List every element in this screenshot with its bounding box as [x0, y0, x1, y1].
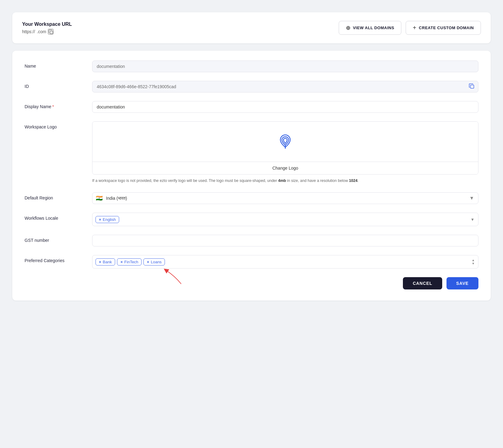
url-value: https:// .com: [22, 29, 72, 34]
create-custom-domain-label: CREATE CUSTOM DOMAIN: [419, 26, 474, 30]
url-copy-button[interactable]: [48, 29, 53, 34]
category-remove-loans[interactable]: ×: [147, 260, 149, 264]
form-actions: CANCEL SAVE: [25, 277, 478, 289]
url-actions: ⊕ VIEW ALL DOMAINS + CREATE CUSTOM DOMAI…: [339, 21, 481, 35]
url-card: Your Workspace URL https:// .com ⊕ VIEW …: [12, 12, 491, 43]
logo-upload-box[interactable]: Change Logo: [92, 121, 478, 175]
logo-preview: [92, 122, 478, 162]
locale-chip-remove-english[interactable]: ×: [99, 218, 101, 222]
logo-hint: If a workspace logo is not provided, the…: [92, 178, 478, 184]
workspace-logo-image: [276, 132, 294, 151]
locale-tags-wrap[interactable]: × English ▼: [92, 213, 478, 226]
name-label: Name: [25, 61, 92, 69]
category-remove-fintech[interactable]: ×: [120, 260, 123, 264]
id-input[interactable]: [92, 81, 478, 92]
locale-dropdown-arrow: ▼: [470, 217, 474, 222]
gst-input[interactable]: [92, 235, 478, 246]
region-input-wrap: 🇮🇳 ▼: [92, 192, 478, 204]
workspace-logo-label: Workspace Logo: [25, 121, 92, 129]
url-suffix: .com: [37, 29, 46, 34]
globe-icon: ⊕: [346, 25, 351, 31]
categories-arrows: ▲ ▼: [472, 259, 475, 265]
gst-row: GST number: [25, 235, 478, 246]
id-label: ID: [25, 81, 92, 89]
locale-chip-english: × English: [96, 216, 119, 223]
save-button[interactable]: SAVE: [446, 277, 478, 289]
preferred-categories-label: Preferred Categories: [25, 255, 92, 263]
display-name-input-wrap: [92, 101, 478, 113]
workspace-url-title: Your Workspace URL: [22, 22, 72, 27]
gst-label: GST number: [25, 235, 92, 243]
default-region-label: Default Region: [25, 192, 92, 200]
view-all-domains-button[interactable]: ⊕ VIEW ALL DOMAINS: [339, 21, 401, 35]
display-name-input[interactable]: [92, 101, 478, 113]
gst-input-wrap: [92, 235, 478, 246]
name-input[interactable]: [92, 61, 478, 72]
workflows-locale-label: Workflows Locale: [25, 213, 92, 221]
change-logo-button[interactable]: Change Logo: [92, 162, 478, 174]
form-card: Name ID Display Name* Workspace Logo: [12, 51, 491, 301]
categories-tags-wrap[interactable]: × Bank × FinTech × Loans ▲ ▼: [92, 255, 478, 269]
category-chip-loans: × Loans: [143, 258, 165, 265]
required-marker: *: [52, 104, 54, 109]
workflows-locale-row: Workflows Locale × English ▼: [25, 213, 478, 226]
name-row: Name: [25, 61, 478, 72]
id-copy-button[interactable]: [469, 83, 475, 90]
categories-input-wrap: × Bank × FinTech × Loans ▲ ▼: [92, 255, 478, 269]
logo-input-wrap: Change Logo If a workspace logo is not p…: [92, 121, 478, 184]
region-input[interactable]: [92, 192, 478, 204]
id-input-wrap: [92, 81, 478, 92]
default-region-row: Default Region 🇮🇳 ▼: [25, 192, 478, 204]
workspace-logo-row: Workspace Logo Change Logo If: [25, 121, 478, 184]
url-left: Your Workspace URL https:// .com: [22, 22, 72, 34]
name-input-wrap: [92, 61, 478, 72]
create-custom-domain-button[interactable]: + CREATE CUSTOM DOMAIN: [406, 21, 481, 35]
category-chip-bank: × Bank: [96, 258, 115, 265]
display-name-label: Display Name*: [25, 101, 92, 109]
svg-rect-1: [470, 85, 474, 88]
plus-icon: +: [413, 24, 416, 31]
display-name-row: Display Name*: [25, 101, 478, 113]
locale-input-wrap: × English ▼: [92, 213, 478, 226]
cancel-button[interactable]: CANCEL: [403, 277, 442, 289]
view-all-domains-label: VIEW ALL DOMAINS: [353, 26, 394, 30]
preferred-categories-row: Preferred Categories × Bank × FinTech × …: [25, 255, 478, 269]
svg-rect-0: [50, 31, 53, 34]
id-row: ID: [25, 81, 478, 92]
url-prefix: https://: [22, 29, 35, 34]
category-remove-bank[interactable]: ×: [99, 260, 101, 264]
category-chip-fintech: × FinTech: [117, 258, 142, 265]
